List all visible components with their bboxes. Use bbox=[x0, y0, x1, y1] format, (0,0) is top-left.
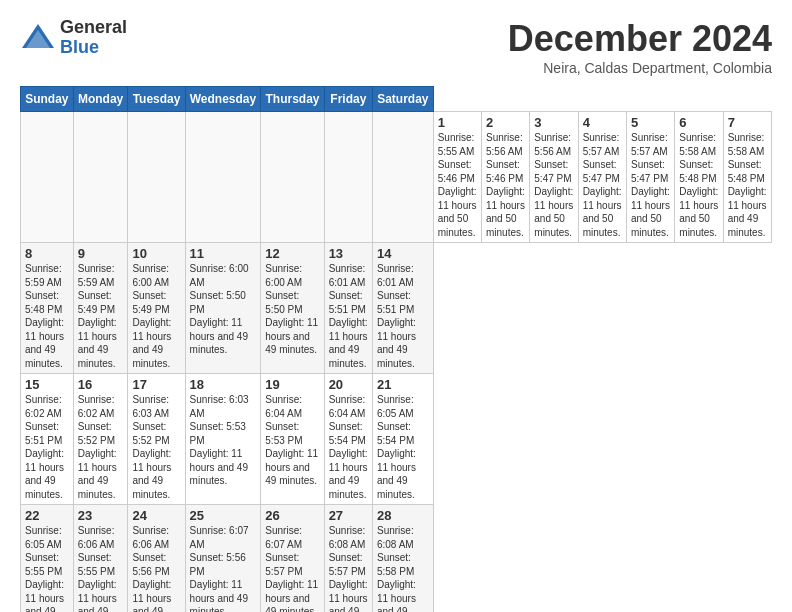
calendar-week-row: 8 Sunrise: 5:59 AMSunset: 5:48 PMDayligh… bbox=[21, 243, 772, 374]
day-info: Sunrise: 6:07 AMSunset: 5:56 PMDaylight:… bbox=[190, 524, 257, 612]
day-number: 26 bbox=[265, 508, 319, 523]
calendar-day-cell: 19 Sunrise: 6:04 AMSunset: 5:53 PMDaylig… bbox=[261, 374, 324, 505]
day-info: Sunrise: 6:04 AMSunset: 5:53 PMDaylight:… bbox=[265, 393, 319, 488]
day-info: Sunrise: 6:03 AMSunset: 5:52 PMDaylight:… bbox=[132, 393, 180, 501]
calendar-day-header: Monday bbox=[73, 87, 128, 112]
day-number: 14 bbox=[377, 246, 429, 261]
day-info: Sunrise: 6:02 AMSunset: 5:52 PMDaylight:… bbox=[78, 393, 124, 501]
calendar-day-cell bbox=[324, 112, 372, 243]
day-info: Sunrise: 6:00 AMSunset: 5:50 PMDaylight:… bbox=[190, 262, 257, 357]
calendar-header-row: SundayMondayTuesdayWednesdayThursdayFrid… bbox=[21, 87, 772, 112]
calendar-day-cell: 25 Sunrise: 6:07 AMSunset: 5:56 PMDaylig… bbox=[185, 505, 261, 613]
logo-icon bbox=[20, 20, 56, 56]
day-number: 16 bbox=[78, 377, 124, 392]
calendar-day-cell: 2 Sunrise: 5:56 AMSunset: 5:46 PMDayligh… bbox=[481, 112, 529, 243]
day-number: 25 bbox=[190, 508, 257, 523]
calendar-day-cell bbox=[261, 112, 324, 243]
calendar-day-cell: 5 Sunrise: 5:57 AMSunset: 5:47 PMDayligh… bbox=[626, 112, 674, 243]
day-info: Sunrise: 6:05 AMSunset: 5:55 PMDaylight:… bbox=[25, 524, 69, 612]
day-info: Sunrise: 6:08 AMSunset: 5:57 PMDaylight:… bbox=[329, 524, 368, 612]
calendar-day-cell bbox=[21, 112, 74, 243]
day-number: 6 bbox=[679, 115, 718, 130]
day-info: Sunrise: 5:56 AMSunset: 5:47 PMDaylight:… bbox=[534, 131, 573, 239]
day-number: 4 bbox=[583, 115, 622, 130]
calendar-day-cell: 17 Sunrise: 6:03 AMSunset: 5:52 PMDaylig… bbox=[128, 374, 185, 505]
day-info: Sunrise: 6:06 AMSunset: 5:56 PMDaylight:… bbox=[132, 524, 180, 612]
header: General Blue December 2024 Neira, Caldas… bbox=[20, 18, 772, 76]
day-number: 13 bbox=[329, 246, 368, 261]
day-number: 2 bbox=[486, 115, 525, 130]
day-info: Sunrise: 5:59 AMSunset: 5:48 PMDaylight:… bbox=[25, 262, 69, 370]
month-title: December 2024 bbox=[508, 18, 772, 60]
calendar-day-cell: 9 Sunrise: 5:59 AMSunset: 5:49 PMDayligh… bbox=[73, 243, 128, 374]
calendar-day-cell bbox=[128, 112, 185, 243]
calendar-day-cell: 13 Sunrise: 6:01 AMSunset: 5:51 PMDaylig… bbox=[324, 243, 372, 374]
calendar-day-cell: 8 Sunrise: 5:59 AMSunset: 5:48 PMDayligh… bbox=[21, 243, 74, 374]
day-number: 1 bbox=[438, 115, 477, 130]
logo-blue: Blue bbox=[60, 38, 127, 58]
day-number: 17 bbox=[132, 377, 180, 392]
calendar-day-cell bbox=[73, 112, 128, 243]
day-info: Sunrise: 6:01 AMSunset: 5:51 PMDaylight:… bbox=[377, 262, 429, 370]
logo-general: General bbox=[60, 18, 127, 38]
day-number: 23 bbox=[78, 508, 124, 523]
day-number: 28 bbox=[377, 508, 429, 523]
calendar-day-cell: 21 Sunrise: 6:05 AMSunset: 5:54 PMDaylig… bbox=[372, 374, 433, 505]
day-number: 7 bbox=[728, 115, 767, 130]
calendar-table: SundayMondayTuesdayWednesdayThursdayFrid… bbox=[20, 86, 772, 612]
day-number: 11 bbox=[190, 246, 257, 261]
calendar-day-cell: 10 Sunrise: 6:00 AMSunset: 5:49 PMDaylig… bbox=[128, 243, 185, 374]
day-number: 10 bbox=[132, 246, 180, 261]
day-info: Sunrise: 5:56 AMSunset: 5:46 PMDaylight:… bbox=[486, 131, 525, 239]
calendar-week-row: 15 Sunrise: 6:02 AMSunset: 5:51 PMDaylig… bbox=[21, 374, 772, 505]
calendar-day-cell bbox=[185, 112, 261, 243]
day-info: Sunrise: 5:57 AMSunset: 5:47 PMDaylight:… bbox=[583, 131, 622, 239]
day-info: Sunrise: 6:01 AMSunset: 5:51 PMDaylight:… bbox=[329, 262, 368, 370]
calendar-day-header: Friday bbox=[324, 87, 372, 112]
day-info: Sunrise: 5:58 AMSunset: 5:48 PMDaylight:… bbox=[728, 131, 767, 239]
calendar-day-cell: 18 Sunrise: 6:03 AMSunset: 5:53 PMDaylig… bbox=[185, 374, 261, 505]
calendar-day-cell: 24 Sunrise: 6:06 AMSunset: 5:56 PMDaylig… bbox=[128, 505, 185, 613]
calendar-day-cell: 28 Sunrise: 6:08 AMSunset: 5:58 PMDaylig… bbox=[372, 505, 433, 613]
day-info: Sunrise: 6:04 AMSunset: 5:54 PMDaylight:… bbox=[329, 393, 368, 501]
calendar-day-cell: 27 Sunrise: 6:08 AMSunset: 5:57 PMDaylig… bbox=[324, 505, 372, 613]
calendar-day-cell: 15 Sunrise: 6:02 AMSunset: 5:51 PMDaylig… bbox=[21, 374, 74, 505]
logo-text: General Blue bbox=[60, 18, 127, 58]
calendar-day-cell: 1 Sunrise: 5:55 AMSunset: 5:46 PMDayligh… bbox=[433, 112, 481, 243]
day-info: Sunrise: 6:06 AMSunset: 5:55 PMDaylight:… bbox=[78, 524, 124, 612]
title-section: December 2024 Neira, Caldas Department, … bbox=[508, 18, 772, 76]
day-info: Sunrise: 6:07 AMSunset: 5:57 PMDaylight:… bbox=[265, 524, 319, 612]
calendar-day-header: Saturday bbox=[372, 87, 433, 112]
day-info: Sunrise: 5:58 AMSunset: 5:48 PMDaylight:… bbox=[679, 131, 718, 239]
calendar-week-row: 1 Sunrise: 5:55 AMSunset: 5:46 PMDayligh… bbox=[21, 112, 772, 243]
calendar-week-row: 22 Sunrise: 6:05 AMSunset: 5:55 PMDaylig… bbox=[21, 505, 772, 613]
day-info: Sunrise: 6:05 AMSunset: 5:54 PMDaylight:… bbox=[377, 393, 429, 501]
day-info: Sunrise: 5:57 AMSunset: 5:47 PMDaylight:… bbox=[631, 131, 670, 239]
day-number: 3 bbox=[534, 115, 573, 130]
day-info: Sunrise: 6:03 AMSunset: 5:53 PMDaylight:… bbox=[190, 393, 257, 488]
day-number: 12 bbox=[265, 246, 319, 261]
calendar-day-cell: 3 Sunrise: 5:56 AMSunset: 5:47 PMDayligh… bbox=[530, 112, 578, 243]
day-info: Sunrise: 5:59 AMSunset: 5:49 PMDaylight:… bbox=[78, 262, 124, 370]
calendar-day-header: Tuesday bbox=[128, 87, 185, 112]
calendar-day-cell: 22 Sunrise: 6:05 AMSunset: 5:55 PMDaylig… bbox=[21, 505, 74, 613]
day-info: Sunrise: 6:00 AMSunset: 5:50 PMDaylight:… bbox=[265, 262, 319, 357]
day-number: 8 bbox=[25, 246, 69, 261]
calendar-day-cell: 26 Sunrise: 6:07 AMSunset: 5:57 PMDaylig… bbox=[261, 505, 324, 613]
logo: General Blue bbox=[20, 18, 127, 58]
day-info: Sunrise: 6:00 AMSunset: 5:49 PMDaylight:… bbox=[132, 262, 180, 370]
day-info: Sunrise: 5:55 AMSunset: 5:46 PMDaylight:… bbox=[438, 131, 477, 239]
calendar-day-header: Wednesday bbox=[185, 87, 261, 112]
calendar-day-cell: 14 Sunrise: 6:01 AMSunset: 5:51 PMDaylig… bbox=[372, 243, 433, 374]
calendar-day-cell: 23 Sunrise: 6:06 AMSunset: 5:55 PMDaylig… bbox=[73, 505, 128, 613]
day-info: Sunrise: 6:02 AMSunset: 5:51 PMDaylight:… bbox=[25, 393, 69, 501]
location: Neira, Caldas Department, Colombia bbox=[508, 60, 772, 76]
day-number: 19 bbox=[265, 377, 319, 392]
calendar-day-header: Thursday bbox=[261, 87, 324, 112]
calendar-day-cell: 11 Sunrise: 6:00 AMSunset: 5:50 PMDaylig… bbox=[185, 243, 261, 374]
page: General Blue December 2024 Neira, Caldas… bbox=[0, 0, 792, 612]
day-number: 22 bbox=[25, 508, 69, 523]
day-number: 18 bbox=[190, 377, 257, 392]
calendar-day-header: Sunday bbox=[21, 87, 74, 112]
day-number: 24 bbox=[132, 508, 180, 523]
